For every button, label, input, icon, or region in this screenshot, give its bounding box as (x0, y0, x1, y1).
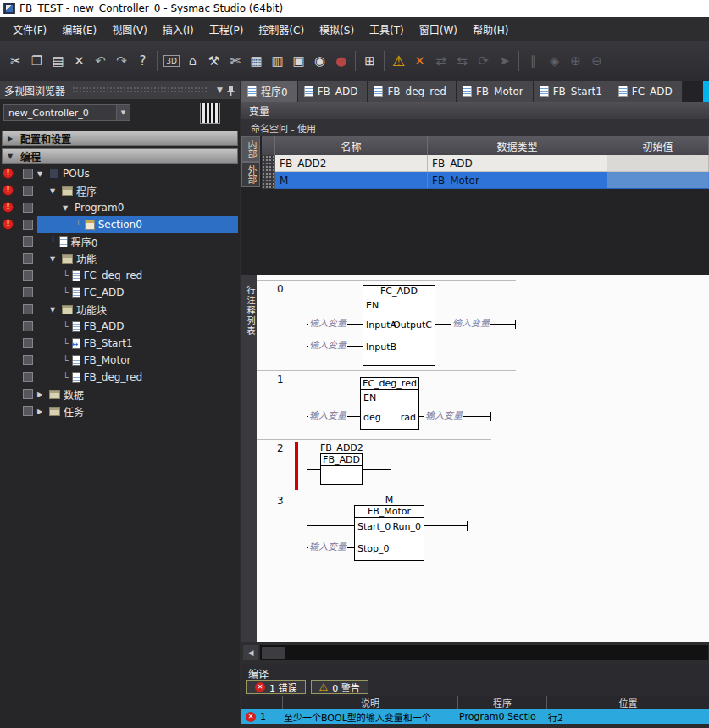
synchronize-icon[interactable]: ⟳ (473, 50, 494, 72)
variable-initial-cell[interactable] (607, 172, 709, 189)
build-error-row[interactable]: ✕ 1 至少一个BOOL型的输入变量和一个 Program0 Sectio 行2 (241, 709, 709, 724)
ladder-editor-icon[interactable]: ▣ (288, 50, 309, 72)
tab-fc-add[interactable]: FC_ADD (612, 81, 683, 102)
tools-icon[interactable]: ⚒ (203, 50, 224, 72)
menu-simulation[interactable]: 模拟(S) (312, 19, 362, 40)
table-row[interactable]: FB_ADD2 FB_ADD (262, 155, 709, 172)
tab-external-variables[interactable]: 外部 (241, 162, 260, 187)
column-header-name[interactable]: 名称 (275, 136, 428, 155)
build-header-description[interactable]: 说明 (282, 696, 457, 709)
menu-project[interactable]: 工程(P) (202, 19, 252, 40)
tree-item-functions-folder[interactable]: ▼ 功能 (0, 250, 240, 267)
function-block-fc-deg-red[interactable]: FC_deg_red EN deg rad (360, 377, 419, 430)
tab-fb-start1[interactable]: FB_Start1 (534, 81, 612, 102)
menu-insert[interactable]: 插入(I) (155, 19, 202, 40)
output-window-icon[interactable]: ⌂ (182, 50, 203, 72)
tab-scroll-indicator[interactable] (703, 81, 709, 102)
view-3d-icon[interactable]: 3D (161, 50, 182, 72)
build-header-location[interactable]: 位置 (546, 696, 709, 709)
chevron-down-icon[interactable]: ▼ (50, 187, 58, 195)
variable-type-cell[interactable]: FB_Motor (428, 172, 607, 189)
fb-instance-name[interactable]: M (354, 494, 424, 505)
menu-controller[interactable]: 控制器(C) (251, 19, 312, 40)
tree-item-fb-add[interactable]: └ FB_ADD (0, 318, 240, 335)
chevron-down-icon[interactable]: ▼ (37, 170, 46, 178)
output-pin[interactable]: OutputC (393, 320, 432, 331)
zoom-in-icon[interactable]: ⊕ (565, 50, 586, 72)
column-header-datatype[interactable]: 数据类型 (428, 136, 607, 155)
chevron-down-icon[interactable]: ▼ (116, 105, 130, 120)
tab-program0[interactable]: 程序0 (241, 81, 298, 102)
cut-icon[interactable]: ✂ (5, 50, 26, 72)
tree-item-fb-motor[interactable]: └ FB_Motor (0, 352, 240, 369)
undo-icon[interactable]: ↶ (90, 50, 111, 72)
variable-placeholder[interactable]: 输入变量 (308, 318, 347, 329)
build-error-icon[interactable]: ✕ (409, 50, 430, 72)
panel-menu-icon[interactable]: ▼ (213, 86, 226, 94)
tree-item-function-blocks-folder[interactable]: ▼ 功能块 (0, 301, 240, 318)
chevron-down-icon[interactable]: ▼ (63, 204, 71, 212)
snip-icon[interactable]: ✄ (224, 50, 246, 72)
tree-item-fc-deg-red[interactable]: └ FC_deg_red (0, 267, 240, 284)
column-header-initial[interactable]: 初始值 (607, 136, 709, 155)
function-block-fc-add[interactable]: FC_ADD EN InputA OutputC InputB (363, 285, 435, 366)
menu-view[interactable]: 视图(V) (104, 19, 155, 40)
variable-placeholder[interactable]: 输入变量 (308, 340, 347, 351)
tree-item-fb-start1[interactable]: └ FB_Start1 (0, 335, 240, 352)
delete-icon[interactable]: ✕ (69, 50, 90, 72)
rung-number[interactable]: 2 (277, 442, 284, 454)
menu-edit[interactable]: 编辑(E) (54, 19, 104, 40)
scroll-left-icon[interactable]: ◀ (243, 645, 258, 660)
go-offline-icon[interactable]: ⇆ (451, 50, 473, 72)
table-row-selected[interactable]: M FB_Motor (262, 172, 709, 189)
variables-section-bar[interactable]: 变量 (241, 102, 709, 119)
scrollbar-track[interactable] (260, 645, 708, 660)
input-pin[interactable]: InputA (366, 320, 396, 331)
input-pin[interactable]: deg (363, 412, 381, 423)
zoom-out-icon[interactable]: ⊖ (586, 50, 607, 72)
row-handle[interactable] (262, 155, 275, 172)
menu-window[interactable]: 窗口(W) (412, 19, 465, 40)
pause-icon[interactable]: ∥ (523, 50, 544, 72)
paste-icon[interactable]: ▤ (47, 50, 69, 72)
run-mode-icon[interactable]: ➤ (494, 50, 515, 72)
input-pin[interactable]: Start_0 (357, 521, 391, 532)
search-icon[interactable]: ◉ (309, 50, 330, 72)
row-comment-strip[interactable]: 行注释列表 (241, 275, 257, 642)
input-pin[interactable]: Stop_0 (357, 543, 390, 554)
input-pin[interactable]: InputB (366, 342, 396, 353)
tree-group-programming[interactable]: ▼编程 (0, 147, 240, 165)
tab-internal-variables[interactable]: 内部 (241, 136, 260, 162)
tree-item-fb-deg-red[interactable]: └ FB_deg_red (0, 369, 240, 386)
function-block-fb-motor[interactable]: FB_Motor Start_0 Run_0 Stop_0 (354, 505, 424, 561)
tab-fb-deg-red[interactable]: FB_deg_red (368, 81, 456, 102)
tree-item-program0-cn[interactable]: └ 程序0 (0, 233, 240, 250)
warning-filter-button[interactable]: ⚠ 0 警告 (311, 680, 368, 694)
variable-name-cell[interactable]: M (275, 172, 428, 189)
tree-item-fc-add[interactable]: └ FC_ADD (0, 284, 240, 301)
tree-item-pous[interactable]: ! ▼ POUs (0, 165, 240, 182)
rung-number[interactable]: 0 (277, 283, 284, 295)
tree-item-tasks[interactable]: ▶ 任务 (0, 403, 240, 420)
build-warning-icon[interactable]: ⚠ (388, 50, 409, 72)
go-online-icon[interactable]: ⇄ (430, 50, 451, 72)
chevron-right-icon[interactable]: ▶ (37, 408, 46, 415)
error-filter-button[interactable]: ✕ 1 错误 (246, 680, 306, 694)
menu-file[interactable]: 文件(F) (5, 19, 54, 40)
pin-icon[interactable] (226, 85, 235, 96)
output-pin[interactable]: rad (401, 412, 416, 423)
build-header-program[interactable]: 程序 (457, 696, 546, 709)
variable-table-icon[interactable]: ⊞ (359, 50, 380, 72)
variable-initial-cell[interactable] (607, 155, 709, 172)
tree-item-programs-folder[interactable]: ! ▼ 程序 (0, 182, 240, 199)
debug-icon[interactable]: ◈ (544, 50, 565, 72)
ladder-canvas[interactable]: 0 1 2 3 FC_ADD EN InputA OutputC InputB … (257, 275, 709, 642)
redo-icon[interactable]: ↷ (111, 50, 132, 72)
controller-selector[interactable]: new_Controller_0 ▼ (3, 104, 130, 121)
tree-item-data[interactable]: ▶ 数据 (0, 386, 240, 403)
variable-placeholder[interactable]: 输入变量 (308, 542, 347, 553)
cross-reference-icon[interactable]: ▥ (267, 50, 288, 72)
tab-fb-add[interactable]: FB_ADD (298, 81, 368, 102)
copy-icon[interactable]: ❐ (26, 50, 47, 72)
variable-name-cell[interactable]: FB_ADD2 (275, 155, 428, 172)
